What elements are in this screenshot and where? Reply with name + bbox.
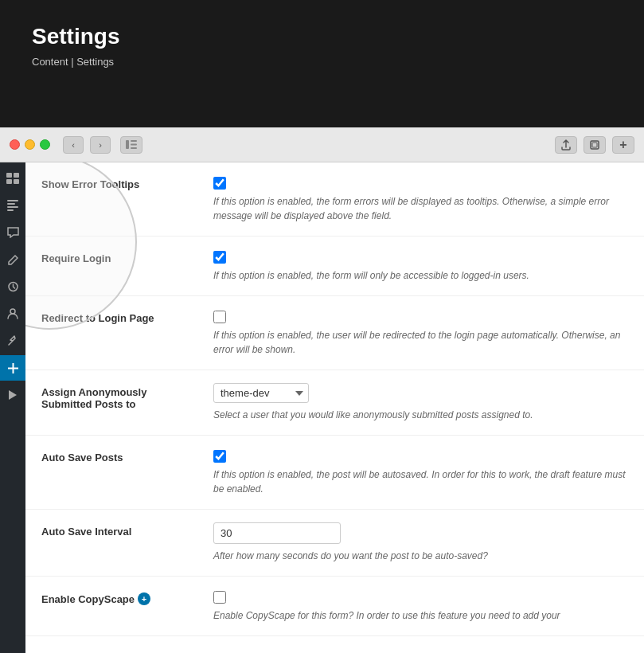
checkbox-auto-save-posts[interactable] bbox=[213, 450, 226, 463]
sidebar-icon-active[interactable] bbox=[0, 355, 25, 381]
svg-rect-5 bbox=[592, 143, 597, 147]
page-title: Settings bbox=[32, 24, 612, 49]
select-assign-anonymous[interactable]: theme-dev admin editor bbox=[213, 383, 309, 403]
select-wrapper-assign: theme-dev admin editor bbox=[213, 383, 628, 403]
sidebar bbox=[0, 162, 25, 653]
close-button[interactable] bbox=[10, 139, 20, 150]
control-assign-anonymous: theme-dev admin editor Select a user tha… bbox=[201, 370, 644, 435]
svg-rect-0 bbox=[126, 140, 129, 149]
control-redirect-login: If this option is enabled, the user will… bbox=[201, 296, 644, 370]
label-require-login: Require Login bbox=[25, 237, 201, 295]
checkbox-show-error-tooltips[interactable] bbox=[213, 177, 226, 190]
browser-chrome: ‹ › + bbox=[0, 127, 644, 162]
back-button[interactable]: ‹ bbox=[63, 136, 84, 154]
control-require-login: If this option is enabled, the form will… bbox=[201, 237, 644, 295]
sidebar-icon-comments[interactable] bbox=[0, 220, 25, 245]
svg-point-15 bbox=[10, 309, 15, 314]
label-auto-save-posts: Auto Save Posts bbox=[25, 436, 201, 509]
share-button[interactable] bbox=[555, 136, 577, 154]
settings-row-redirect-login: Redirect to Login Page If this option is… bbox=[25, 296, 644, 370]
svg-rect-13 bbox=[7, 209, 14, 211]
browser-actions: + bbox=[555, 136, 634, 154]
sidebar-icon-play[interactable] bbox=[0, 382, 25, 408]
desc-auto-save-interval: After how many seconds do you want the p… bbox=[213, 549, 628, 563]
svg-rect-12 bbox=[7, 206, 18, 208]
window-button[interactable] bbox=[584, 136, 606, 154]
label-show-error-tooltips: Show Error Tooltips bbox=[25, 162, 201, 236]
control-auto-save-posts: If this option is enabled, the post will… bbox=[201, 436, 644, 509]
svg-rect-8 bbox=[6, 179, 12, 184]
maximize-button[interactable] bbox=[40, 139, 50, 150]
svg-rect-11 bbox=[7, 203, 15, 205]
label-redirect-login: Redirect to Login Page bbox=[25, 296, 201, 370]
settings-row-show-error-tooltips: Show Error Tooltips If this option is en… bbox=[25, 162, 644, 237]
svg-rect-2 bbox=[131, 144, 137, 146]
sidebar-icon-users[interactable] bbox=[0, 301, 25, 326]
main-layout: Show Error Tooltips If this option is en… bbox=[0, 162, 644, 653]
desc-auto-save-posts: If this option is enabled, the post will… bbox=[213, 467, 628, 496]
control-enable-copyscape: Enable CopyScape for this form? In order… bbox=[201, 577, 644, 635]
control-auto-save-interval: After how many seconds do you want the p… bbox=[201, 510, 644, 576]
sidebar-icon-tools[interactable] bbox=[0, 328, 25, 354]
new-tab-button[interactable]: + bbox=[612, 136, 634, 154]
top-header: Settings Content | Settings bbox=[0, 0, 644, 127]
desc-show-error-tooltips: If this option is enabled, the form erro… bbox=[213, 194, 628, 223]
svg-rect-3 bbox=[131, 147, 137, 149]
desc-enable-copyscape: Enable CopyScape for this form? In order… bbox=[213, 608, 628, 623]
svg-rect-1 bbox=[131, 140, 137, 142]
settings-row-auto-save-posts: Auto Save Posts If this option is enable… bbox=[25, 436, 644, 510]
copyscape-plus-badge: + bbox=[138, 592, 150, 605]
label-assign-anonymous: Assign Anonymously Submitted Posts to bbox=[25, 370, 201, 435]
svg-rect-7 bbox=[14, 173, 19, 178]
settings-row-assign-anonymous: Assign Anonymously Submitted Posts to th… bbox=[25, 370, 644, 436]
control-show-error-tooltips: If this option is enabled, the form erro… bbox=[201, 162, 644, 236]
settings-row-require-login: Require Login If this option is enabled,… bbox=[25, 237, 644, 296]
desc-require-login: If this option is enabled, the form will… bbox=[213, 268, 628, 283]
traffic-lights bbox=[10, 139, 50, 150]
desc-assign-anonymous: Select a user that you would like anonym… bbox=[213, 408, 628, 422]
label-auto-save-interval: Auto Save Interval bbox=[25, 510, 201, 576]
sidebar-icon-dashboard[interactable] bbox=[0, 166, 25, 191]
sidebar-icon-edit[interactable] bbox=[0, 247, 25, 272]
sidebar-icon-posts[interactable] bbox=[0, 193, 25, 218]
settings-row-auto-save-interval: Auto Save Interval After how many second… bbox=[25, 510, 644, 577]
label-enable-copyscape: Enable CopyScape + bbox=[25, 577, 201, 635]
forward-button[interactable]: › bbox=[90, 136, 111, 154]
page-subtitle: Content | Settings bbox=[32, 56, 612, 68]
checkbox-redirect-login[interactable] bbox=[213, 311, 226, 323]
minimize-button[interactable] bbox=[25, 139, 35, 150]
checkbox-require-login[interactable] bbox=[213, 251, 226, 264]
sidebar-icon-plugins[interactable] bbox=[0, 274, 25, 299]
svg-rect-10 bbox=[7, 200, 18, 201]
settings-row-enable-copyscape: Enable CopyScape + Enable CopyScape for … bbox=[25, 577, 644, 636]
settings-container: Show Error Tooltips If this option is en… bbox=[25, 162, 644, 636]
desc-redirect-login: If this option is enabled, the user will… bbox=[213, 328, 628, 357]
sidebar-toggle-button[interactable] bbox=[120, 136, 142, 154]
content-area: Show Error Tooltips If this option is en… bbox=[25, 162, 644, 653]
svg-rect-6 bbox=[6, 173, 12, 178]
svg-rect-9 bbox=[14, 179, 19, 184]
input-auto-save-interval[interactable] bbox=[213, 522, 341, 544]
checkbox-enable-copyscape[interactable] bbox=[213, 591, 226, 604]
